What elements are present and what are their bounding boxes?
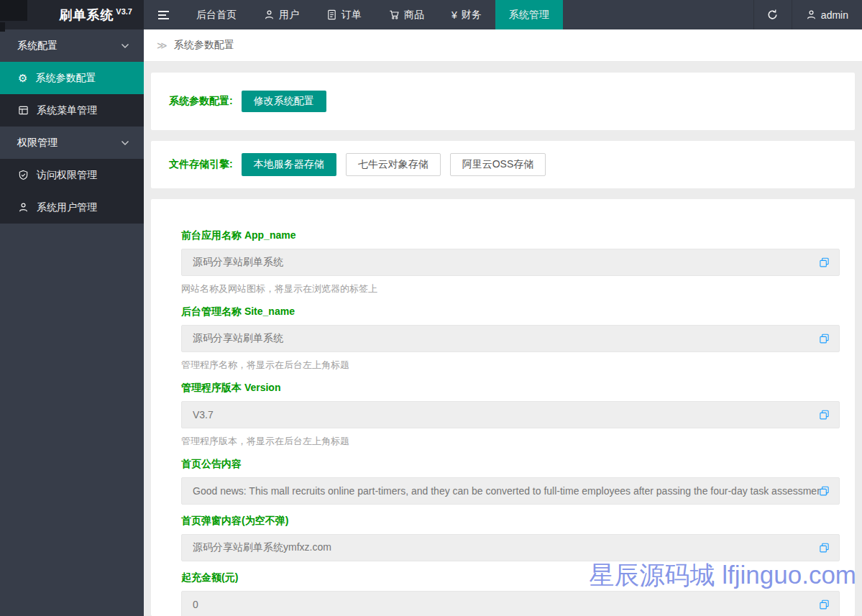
sidebar-item-label: 系统菜单管理 [37, 104, 97, 117]
field-label: 前台应用名称 App_name [181, 229, 840, 242]
sidebar-item-access-permissions[interactable]: 访问权限管理 [0, 159, 144, 191]
storage-option-alioss-button[interactable]: 阿里云OSS存储 [450, 153, 546, 176]
document-icon [326, 9, 337, 20]
sidebar-group-permissions[interactable]: 权限管理 [0, 127, 144, 159]
copy-icon[interactable] [819, 334, 830, 344]
yen-icon: ¥ [451, 10, 457, 20]
nav-item-label: 订单 [341, 9, 362, 22]
form-field-home-notice: 首页公告内容 Good news: This mall recruits onl… [181, 458, 840, 505]
chevron-down-icon [121, 140, 129, 146]
field-label: 管理程序版本 Version [181, 382, 840, 395]
storage-card: 文件存储引擎: 本地服务器存储 七牛云对象存储 阿里云OSS存储 [151, 141, 855, 188]
redaction-block [0, 0, 27, 21]
nav-item-label: 商品 [404, 9, 424, 22]
nav-item-label: 后台首页 [196, 9, 237, 22]
form-field-home-popup: 首页弹窗内容(为空不弹) 源码分享站刷单系统ymfxz.com [181, 515, 840, 561]
copy-icon[interactable] [819, 410, 830, 420]
nav-item-label: 财务 [462, 9, 482, 22]
redaction-block [0, 22, 5, 32]
nav-item-system-management[interactable]: 系统管理 [495, 0, 563, 29]
sidebar-group-system-config[interactable]: 系统配置 [0, 29, 144, 62]
field-label: 起充金额(元) [181, 571, 840, 584]
brand-title: 刷单系统 [59, 6, 114, 24]
sidebar-group-label: 系统配置 [17, 40, 58, 52]
field-label: 首页公告内容 [181, 458, 840, 471]
sidebar-item-system-users[interactable]: 系统用户管理 [0, 191, 144, 224]
nav-item-finance[interactable]: ¥ 财务 [438, 0, 495, 29]
breadcrumb-current: 系统参数配置 [174, 39, 234, 52]
home-notice-input[interactable]: Good news: This mall recruits online par… [181, 477, 840, 505]
copy-icon[interactable] [819, 599, 830, 610]
settings-form-card: 前台应用名称 App_name 源码分享站刷单系统 网站名称及网站图标，将显示在… [151, 199, 855, 616]
min-recharge-input[interactable]: 0 [181, 591, 840, 616]
sidebar-item-label: 访问权限管理 [37, 169, 97, 182]
nav-item-home[interactable]: 后台首页 [183, 0, 250, 29]
navbar-right: admin [753, 0, 862, 29]
form-field-min-recharge: 起充金额(元) 0 [181, 571, 840, 616]
refresh-button[interactable] [753, 0, 792, 29]
sidebar-item-label: 系统参数配置 [35, 72, 96, 85]
field-label: 首页弹窗内容(为空不弹) [181, 515, 840, 528]
form-field-app-name: 前台应用名称 App_name 源码分享站刷单系统 网站名称及网站图标，将显示在… [181, 229, 840, 295]
brand-version: V3.7 [116, 7, 132, 16]
breadcrumb: ≫ 系统参数配置 [144, 29, 862, 62]
field-value: 源码分享站刷单系统ymfxz.com [193, 541, 828, 554]
form-field-version: 管理程序版本 Version V3.7 管理程序版本，将显示在后台左上角标题 [181, 382, 840, 448]
chevron-down-icon [121, 43, 129, 49]
sidebar-item-label: 系统用户管理 [37, 201, 97, 214]
nav-item-label: 系统管理 [509, 9, 549, 22]
copy-icon[interactable] [819, 486, 830, 497]
field-label: 后台管理名称 Site_name [181, 305, 840, 318]
sidebar-toggle-button[interactable] [144, 0, 183, 29]
storage-engine-label: 文件存储引擎: [169, 158, 233, 171]
hamburger-icon [158, 11, 169, 19]
shield-check-icon [18, 170, 29, 180]
nav-item-users[interactable]: 用户 [250, 0, 313, 29]
field-value: V3.7 [193, 409, 828, 420]
config-label: 系统参数配置: [169, 95, 233, 108]
field-value: Good news: This mall recruits online par… [193, 485, 828, 497]
field-help: 管理程序名称，将显示在后台左上角标题 [181, 359, 840, 372]
nav-item-label: 用户 [279, 9, 299, 22]
field-value: 源码分享站刷单系统 [193, 332, 828, 345]
app-name-input[interactable]: 源码分享站刷单系统 [181, 249, 840, 276]
version-input[interactable]: V3.7 [181, 401, 840, 428]
sidebar-group-label: 权限管理 [17, 137, 58, 150]
field-help: 管理程序版本，将显示在后台左上角标题 [181, 435, 840, 448]
field-value: 源码分享站刷单系统 [193, 256, 828, 269]
breadcrumb-arrow-icon: ≫ [157, 40, 168, 51]
admin-username: admin [821, 9, 848, 21]
modify-config-button[interactable]: 修改系统配置 [242, 91, 326, 112]
home-popup-input[interactable]: 源码分享站刷单系统ymfxz.com [181, 534, 840, 561]
site-name-input[interactable]: 源码分享站刷单系统 [181, 325, 840, 352]
sidebar-item-system-menu[interactable]: 系统菜单管理 [0, 94, 144, 127]
cart-icon [389, 9, 400, 20]
sidebar-item-system-params[interactable]: ⚙ 系统参数配置 [0, 62, 144, 94]
admin-menu[interactable]: admin [792, 0, 862, 29]
config-card: 系统参数配置: 修改系统配置 [151, 73, 855, 130]
main-content: ≫ 系统参数配置 系统参数配置: 修改系统配置 文件存储引擎: 本地服务器存储 … [144, 29, 862, 616]
content-area: 系统参数配置: 修改系统配置 文件存储引擎: 本地服务器存储 七牛云对象存储 阿… [144, 62, 862, 616]
user-icon [18, 202, 29, 213]
sidebar: 系统配置 ⚙ 系统参数配置 系统菜单管理 权限管理 访问权限管理 [0, 29, 144, 616]
field-help: 网站名称及网站图标，将显示在浏览器的标签上 [181, 282, 840, 295]
storage-option-qiniu-button[interactable]: 七牛云对象存储 [346, 153, 441, 176]
nav-item-orders[interactable]: 订单 [313, 0, 375, 29]
field-value: 0 [193, 599, 828, 610]
user-icon [806, 9, 817, 20]
form-field-site-name: 后台管理名称 Site_name 源码分享站刷单系统 管理程序名称，将显示在后台… [181, 305, 840, 372]
storage-option-local-button[interactable]: 本地服务器存储 [242, 153, 336, 176]
copy-icon[interactable] [819, 257, 830, 268]
window-icon [18, 105, 29, 116]
copy-icon[interactable] [819, 543, 830, 553]
top-navbar: 刷单系统 V3.7 后台首页 用户 订单 商品 ¥ [0, 0, 862, 29]
user-icon [264, 9, 275, 20]
refresh-icon [766, 9, 779, 21]
gear-icon: ⚙ [18, 73, 27, 83]
nav-item-products[interactable]: 商品 [375, 0, 438, 29]
